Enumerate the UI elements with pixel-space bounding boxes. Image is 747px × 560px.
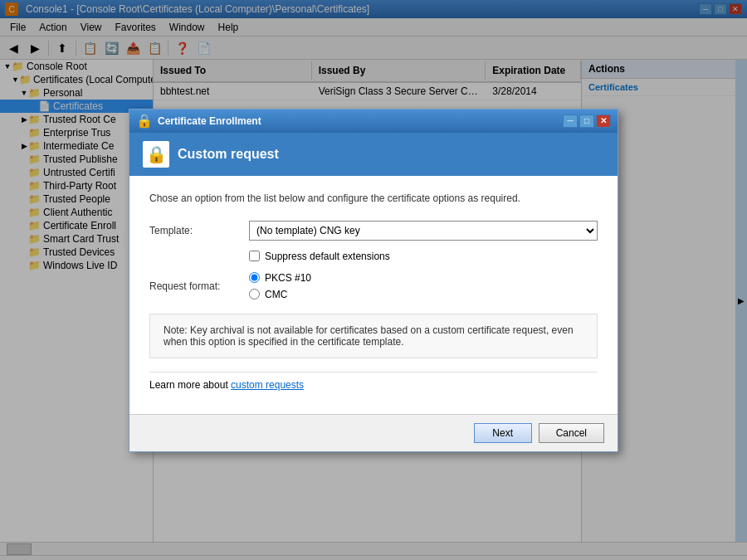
dialog-close-button[interactable]: ✕ [596, 114, 611, 128]
dialog-banner-icon: 🔒 [143, 141, 169, 168]
dialog-title-bar: 🔒 Certificate Enrollment ─ □ ✕ [129, 110, 618, 133]
request-format-label: Request format: [149, 280, 249, 292]
cmc-row: CMC [249, 289, 598, 300]
dialog-maximize-button[interactable]: □ [579, 114, 594, 128]
next-button[interactable]: Next [474, 423, 532, 443]
request-format-row: Request format: PKCS #10 CMC [149, 272, 598, 300]
pkcs10-row: PKCS #10 [249, 272, 598, 284]
dialog-minimize-button[interactable]: ─ [563, 114, 578, 128]
dialog-banner: 🔒 Custom request [129, 133, 618, 176]
template-label: Template: [149, 225, 249, 236]
dialog-footer: Next Cancel [129, 414, 618, 451]
suppress-checkbox[interactable] [249, 251, 260, 261]
learn-more-row: Learn more about custom requests [149, 372, 598, 397]
dialog-note: Note: Key archival is not available for … [149, 314, 598, 358]
template-control: (No template) CNG key (No template) Lega… [249, 221, 598, 241]
modal-overlay: 🔒 Certificate Enrollment ─ □ ✕ 🔒 Custom … [0, 0, 747, 560]
certificate-enrollment-dialog: 🔒 Certificate Enrollment ─ □ ✕ 🔒 Custom … [129, 109, 618, 452]
cmc-label[interactable]: CMC [265, 289, 287, 300]
suppress-row: Suppress default extensions [149, 251, 598, 262]
request-format-group: PKCS #10 CMC [249, 272, 598, 300]
cmc-radio[interactable] [249, 289, 260, 299]
dialog-title: Certificate Enrollment [158, 115, 261, 127]
learn-more-text: Learn more about [149, 379, 231, 391]
template-dropdown[interactable]: (No template) CNG key (No template) Lega… [249, 221, 598, 241]
note-text: Note: Key archival is not available for … [164, 324, 574, 348]
pkcs10-label[interactable]: PKCS #10 [265, 272, 311, 284]
dialog-body: Chose an option from the list below and … [129, 176, 618, 414]
template-row: Template: (No template) CNG key (No temp… [149, 221, 598, 241]
dialog-description: Chose an option from the list below and … [149, 192, 598, 204]
custom-requests-link[interactable]: custom requests [231, 379, 304, 391]
cancel-button[interactable]: Cancel [539, 423, 604, 443]
pkcs10-radio[interactable] [249, 272, 260, 283]
dialog-banner-title: Custom request [178, 147, 279, 162]
suppress-label[interactable]: Suppress default extensions [265, 251, 390, 262]
